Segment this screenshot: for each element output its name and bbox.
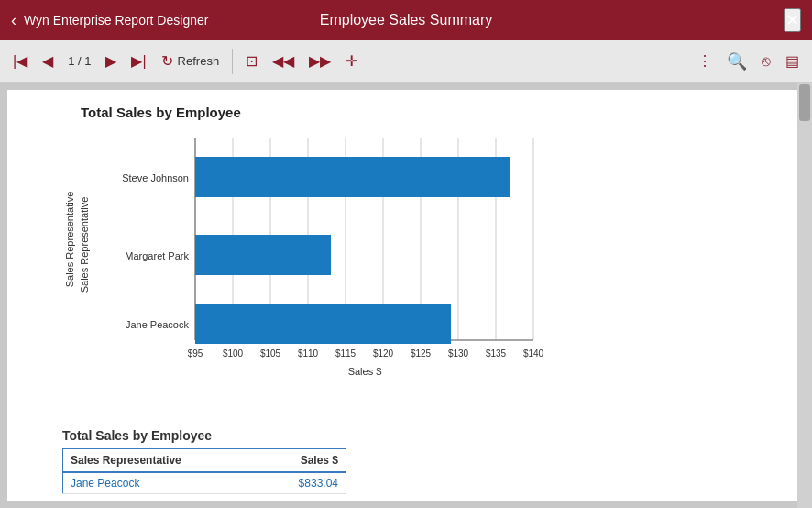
table-title: Total Sales by Employee	[62, 428, 346, 443]
svg-text:$115: $115	[335, 348, 357, 359]
main-content: Total Sales by Employee Sales Representa…	[0, 83, 812, 508]
move-button[interactable]: ✛	[340, 49, 363, 73]
search-icon: 🔍	[727, 51, 747, 72]
prev-section-icon: ◀◀	[272, 52, 294, 70]
svg-text:$125: $125	[411, 348, 432, 359]
toolbar: |◀ ◀ 1 / 1 ▶ ▶| ↻ Refresh ⊡ ◀◀ ▶▶ ✛ ⋮ 🔍 …	[0, 40, 812, 83]
next-page-icon: ▶	[105, 52, 116, 70]
move-icon: ✛	[346, 52, 357, 70]
page-info: 1 / 1	[62, 54, 96, 68]
first-page-icon: |◀	[13, 52, 27, 70]
cell-sales-value: $833.04	[260, 472, 346, 494]
next-section-icon: ▶▶	[309, 52, 331, 70]
table-section: Total Sales by Employee Sales Representa…	[62, 428, 346, 494]
report-title: Employee Sales Summary	[320, 12, 493, 28]
bar-steve-johnson	[195, 157, 510, 197]
bar-jane-peacock	[195, 304, 451, 344]
svg-text:$120: $120	[373, 348, 394, 359]
title-bar-left: ‹ Wyn Enterprise Report Designer	[11, 11, 208, 30]
separator-1	[232, 49, 233, 74]
next-section-button[interactable]: ▶▶	[303, 49, 336, 73]
share-button[interactable]: ⎋	[756, 50, 776, 73]
sidebar-toggle-button[interactable]: ▤	[780, 49, 805, 73]
app-name: Wyn Enterprise Report Designer	[24, 13, 208, 28]
col-header-rep: Sales Representative	[63, 449, 260, 473]
title-bar: ‹ Wyn Enterprise Report Designer Employe…	[0, 0, 812, 40]
bar-chart-svg: Steve Johnson Margaret Park Jane Peacock…	[62, 129, 603, 404]
chart-container: Sales Representative Steve John	[35, 129, 594, 414]
refresh-label: Refresh	[178, 54, 220, 68]
label-margaret-park: Margaret Park	[125, 250, 189, 261]
refresh-icon: ↻	[161, 52, 173, 70]
table-row: Jane Peacock $833.04	[63, 472, 346, 494]
svg-text:$100: $100	[223, 348, 244, 359]
col-header-sales: Sales $	[260, 449, 346, 473]
back-arrow-icon[interactable]: ‹	[11, 11, 16, 30]
last-page-button[interactable]: ▶|	[126, 49, 151, 73]
data-table: Sales Representative Sales $ Jane Peacoc…	[62, 448, 346, 494]
share-icon: ⎋	[762, 53, 771, 70]
svg-text:$130: $130	[448, 348, 469, 359]
scrollbar[interactable]	[797, 83, 812, 508]
cell-rep-name: Jane Peacock	[63, 472, 260, 494]
refresh-button[interactable]: ↻ Refresh	[156, 49, 225, 73]
close-button[interactable]: ✕	[784, 8, 801, 32]
y-axis-label: Sales Representative	[79, 197, 90, 293]
last-page-icon: ▶|	[131, 52, 146, 70]
svg-text:$110: $110	[298, 348, 319, 359]
svg-text:$105: $105	[260, 348, 281, 359]
svg-text:$135: $135	[486, 348, 507, 359]
more-icon: ⋮	[697, 52, 712, 70]
table-header-row: Sales Representative Sales $	[63, 449, 346, 473]
report-area: Total Sales by Employee Sales Representa…	[7, 90, 797, 501]
prev-page-icon: ◀	[42, 52, 53, 70]
next-page-button[interactable]: ▶	[100, 49, 122, 73]
search-button[interactable]: 🔍	[721, 48, 752, 75]
bar-margaret-park	[195, 235, 331, 275]
label-jane-peacock: Jane Peacock	[126, 319, 190, 330]
more-options-button[interactable]: ⋮	[692, 49, 718, 73]
prev-section-button[interactable]: ◀◀	[267, 49, 300, 73]
x-axis-title: Sales $	[348, 366, 382, 377]
svg-text:$95: $95	[188, 348, 203, 359]
sidebar-icon: ▤	[785, 52, 799, 70]
scrollbar-thumb[interactable]	[799, 84, 810, 121]
prev-page-button[interactable]: ◀	[37, 49, 59, 73]
svg-text:$140: $140	[523, 348, 544, 359]
export-button[interactable]: ⊡	[240, 49, 263, 73]
y-axis-label-svg: Sales Representative	[64, 192, 75, 288]
label-steve-johnson: Steve Johnson	[122, 172, 189, 183]
first-page-button[interactable]: |◀	[7, 49, 33, 73]
export-icon: ⊡	[246, 52, 258, 70]
chart-title: Total Sales by Employee	[81, 105, 779, 120]
